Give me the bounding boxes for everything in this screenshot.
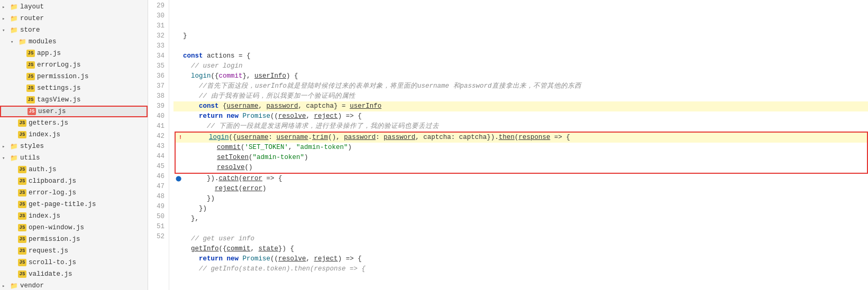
code-text: login({username: username.trim(), passwo… — [185, 133, 570, 143]
sidebar-item-errorLog.js[interactable]: JSerrorLog.js — [0, 59, 148, 71]
sidebar-item-permission2.js[interactable]: JSpermission.js — [0, 233, 148, 245]
code-line: commit('SET_TOKEN', "admin-token") — [175, 143, 868, 153]
js-icon: JS — [18, 270, 26, 278]
sidebar-item-open-window.js[interactable]: JSopen-window.js — [0, 222, 148, 233]
line-number: 42 — [148, 132, 165, 142]
sidebar-item-label: errorLog.js — [37, 61, 148, 69]
sidebar-item-label: request.js — [29, 247, 148, 255]
line-number: 34 — [148, 51, 165, 61]
tree-arrow — [2, 283, 10, 289]
line-number: 38 — [148, 91, 165, 101]
code-text: getInfo({commit, state}) { — [183, 244, 294, 254]
sidebar-item-label: styles — [20, 143, 148, 150]
sidebar-item-label: index.js — [29, 212, 148, 220]
code-line: // 下面的一段就是发送网络请求，进行登录操作了，我的验证码也要丢过去 — [173, 121, 868, 132]
line-number: 29 — [148, 1, 165, 11]
code-text: // 由于我有验证码，所以我要加一个验证码的属性 — [183, 91, 355, 101]
sidebar-item-index2.js[interactable]: JSindex.js — [0, 210, 148, 222]
tree-arrow — [11, 39, 18, 45]
code-line: login({commit}, userInfo) { — [173, 71, 868, 81]
js-icon: JS — [18, 224, 26, 231]
code-text: setToken("admin-token") — [185, 153, 308, 163]
code-text — [183, 41, 187, 51]
sidebar-item-label: layout — [20, 3, 148, 11]
sidebar-item-settings.js[interactable]: JSsettings.js — [0, 82, 148, 94]
line-number: 37 — [148, 81, 165, 91]
code-text: }, — [183, 214, 199, 224]
code-line — [173, 224, 868, 234]
sidebar-item-index.js[interactable]: JSindex.js — [0, 129, 148, 141]
sidebar-item-auth.js[interactable]: JSauth.js — [0, 164, 148, 175]
folder-icon: 📁 — [10, 15, 18, 22]
sidebar-item-get-page-title.js[interactable]: JSget-page-title.js — [0, 199, 148, 210]
folder-icon: 📁 — [10, 143, 18, 150]
sidebar-item-request.js[interactable]: JSrequest.js — [0, 245, 148, 257]
code-content: } const actions = { // user login login(… — [169, 0, 868, 290]
line-number: 39 — [148, 101, 165, 111]
sidebar-item-utils[interactable]: 📁utils — [0, 152, 148, 164]
js-icon: JS — [26, 50, 35, 57]
code-line — [173, 41, 868, 51]
code-text: // getInfo(state.token).then(response =>… — [183, 264, 366, 274]
js-icon: JS — [18, 119, 26, 127]
sidebar-item-clipboard.js[interactable]: JSclipboard.js — [0, 175, 148, 187]
code-text: // 下面的一段就是发送网络请求，进行登录操作了，我的验证码也要丢过去 — [183, 121, 439, 132]
code-line: resolve() — [175, 163, 868, 174]
sidebar-item-vendor[interactable]: 📁vendor — [0, 280, 148, 290]
js-icon: JS — [18, 131, 26, 138]
sidebar-item-store[interactable]: 📁store — [0, 24, 148, 36]
sidebar-item-label: store — [20, 26, 148, 34]
sidebar-item-label: validate.js — [29, 270, 148, 278]
tree-arrow — [2, 27, 10, 33]
sidebar-item-label: scroll-to.js — [29, 259, 148, 266]
line-number: 33 — [148, 41, 165, 51]
js-icon: JS — [26, 96, 35, 104]
code-text: return new Promise((resolve, reject) => … — [183, 111, 362, 121]
code-line: }) — [173, 204, 868, 214]
line-number: 31 — [148, 21, 165, 31]
js-icon: JS — [26, 73, 35, 80]
code-line: // getInfo(state.token).then(response =>… — [173, 264, 868, 274]
line-number: 36 — [148, 71, 165, 81]
sidebar-item-validate.js[interactable]: JSvalidate.js — [0, 268, 148, 280]
code-text: //首先下面这段，userInfo就是登陆时候传过来的表单对象，将里面的user… — [183, 81, 581, 91]
code-line: //首先下面这段，userInfo就是登陆时候传过来的表单对象，将里面的user… — [173, 81, 868, 91]
folder-icon: 📁 — [10, 26, 18, 34]
sidebar-item-getters.js[interactable]: JSgetters.js — [0, 117, 148, 129]
line-number: 51 — [148, 222, 165, 232]
code-text: }) — [183, 204, 207, 214]
code-text: }).catch(error => { — [183, 174, 282, 184]
code-text: resolve() — [185, 163, 253, 173]
sidebar-item-scroll-to.js[interactable]: JSscroll-to.js — [0, 257, 148, 268]
sidebar-item-label: getters.js — [29, 119, 148, 127]
tree-arrow — [2, 16, 10, 22]
sidebar-item-permission.js[interactable]: JSpermission.js — [0, 71, 148, 82]
code-line: return new Promise((resolve, reject) => … — [173, 254, 868, 264]
code-text: const actions = { — [183, 51, 251, 61]
code-text: // user login — [183, 61, 243, 71]
sidebar-item-label: open-window.js — [29, 224, 148, 231]
sidebar-item-error-log.js[interactable]: JSerror-log.js — [0, 187, 148, 199]
js-icon: JS — [18, 177, 26, 185]
code-text: // get user info — [183, 234, 254, 244]
line-numbers: 2930313233343536373839404142434445464748… — [148, 0, 169, 290]
code-line: reject(error) — [173, 184, 868, 194]
tree-arrow — [2, 4, 10, 10]
code-line: // user login — [173, 61, 868, 71]
sidebar-item-layout[interactable]: 📁layout — [0, 1, 148, 13]
folder-icon: 📁 — [10, 3, 18, 11]
code-line: // get user info — [173, 234, 868, 244]
sidebar-item-router[interactable]: 📁router — [0, 13, 148, 24]
sidebar-item-app.js[interactable]: JSapp.js — [0, 48, 148, 59]
line-number: 43 — [148, 142, 165, 152]
sidebar-item-label: router — [20, 15, 148, 22]
sidebar-item-styles[interactable]: 📁styles — [0, 141, 148, 152]
sidebar-item-label: vendor — [20, 282, 148, 289]
line-number: 41 — [148, 121, 165, 132]
line-number: 52 — [148, 232, 165, 242]
sidebar-item-tagsView.js[interactable]: JStagsView.js — [0, 94, 148, 106]
sidebar-item-label: tagsView.js — [37, 96, 148, 104]
sidebar-item-modules[interactable]: 📁modules — [0, 36, 148, 48]
js-icon: JS — [18, 166, 26, 173]
sidebar-item-user.js[interactable]: JSuser.js — [0, 106, 148, 117]
